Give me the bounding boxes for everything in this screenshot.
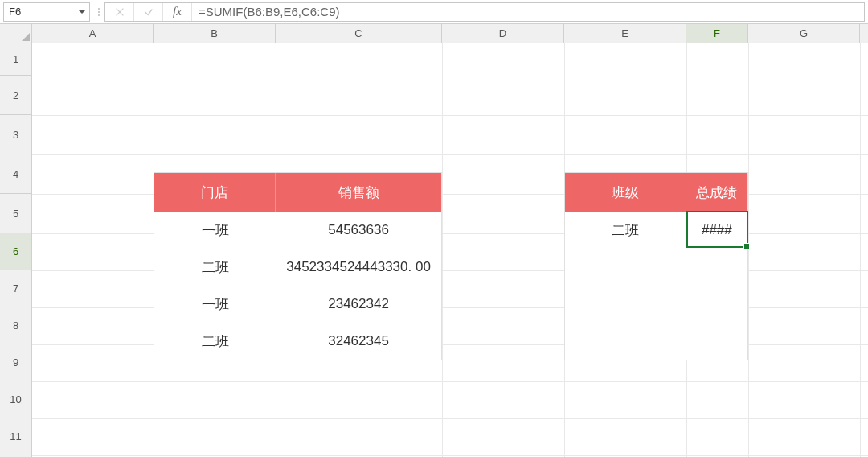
cell-B8[interactable]: 一班 — [154, 286, 276, 323]
th-store: 门店 — [154, 173, 276, 212]
cell-C9[interactable]: 32462345 — [276, 323, 441, 360]
confirm-formula-button[interactable] — [134, 3, 163, 21]
table-row[interactable]: 一班 54563636 — [154, 212, 441, 249]
col-header-C[interactable]: C — [276, 24, 442, 43]
chevron-down-icon — [79, 10, 85, 14]
cell-E7[interactable] — [565, 249, 686, 286]
table-class: 班级 总成绩 二班 #### — [564, 172, 748, 360]
cell-B7[interactable]: 二班 — [154, 249, 276, 286]
cancel-formula-button[interactable] — [105, 3, 134, 21]
col-header-E[interactable]: E — [564, 24, 686, 43]
cell-C6[interactable]: 54563636 — [276, 212, 441, 249]
table-row[interactable] — [565, 249, 747, 286]
formula-bar: F6 fx — [0, 0, 868, 24]
spreadsheet-grid: A B C D E F G 123456789101112 门店 销售额 一班 … — [0, 24, 868, 457]
col-header-D[interactable]: D — [442, 24, 564, 43]
th-total: 总成绩 — [686, 173, 747, 212]
row-header-11[interactable]: 11 — [0, 418, 31, 455]
table-row[interactable] — [565, 323, 747, 360]
cell-F6[interactable]: #### — [686, 212, 747, 249]
row-header-7[interactable]: 7 — [0, 270, 31, 307]
cell-E8[interactable] — [565, 286, 686, 323]
table-row[interactable]: 一班 23462342 — [154, 286, 441, 323]
table-row[interactable]: 二班 32462345 — [154, 323, 441, 360]
cell-F9[interactable] — [686, 323, 747, 360]
table-header-row: 门店 销售额 — [154, 173, 441, 212]
name-box-value: F6 — [9, 6, 21, 18]
row-headers: 123456789101112 — [0, 43, 32, 457]
cell-E6[interactable]: 二班 — [565, 212, 686, 249]
th-class: 班级 — [565, 173, 686, 212]
row-header-4[interactable]: 4 — [0, 154, 31, 194]
row-header-9[interactable]: 9 — [0, 344, 31, 381]
cell-C7[interactable]: 3452334524443330. 00 — [276, 249, 441, 286]
divider-icon — [93, 8, 104, 16]
select-all-corner[interactable] — [0, 24, 32, 43]
fx-icon: fx — [173, 5, 182, 19]
cell-C8[interactable]: 23462342 — [276, 286, 441, 323]
col-header-G[interactable]: G — [748, 24, 860, 43]
row-header-1[interactable]: 1 — [0, 43, 31, 76]
cell-F7[interactable] — [686, 249, 747, 286]
cell-B6[interactable]: 一班 — [154, 212, 276, 249]
column-headers: A B C D E F G — [32, 24, 868, 43]
cell-B9[interactable]: 二班 — [154, 323, 276, 360]
close-icon — [114, 6, 125, 18]
col-header-F[interactable]: F — [686, 24, 748, 43]
row-header-6[interactable]: 6 — [0, 233, 31, 270]
table-row[interactable] — [565, 286, 747, 323]
row-header-3[interactable]: 3 — [0, 115, 31, 154]
cell-area[interactable]: 门店 销售额 一班 54563636 二班 3452334524443330. … — [32, 43, 868, 457]
cell-F8[interactable] — [686, 286, 747, 323]
cell-E9[interactable] — [565, 323, 686, 360]
insert-function-button[interactable]: fx — [163, 3, 192, 21]
table-row[interactable]: 二班 3452334524443330. 00 — [154, 249, 441, 286]
th-sales: 销售额 — [276, 173, 441, 212]
row-header-10[interactable]: 10 — [0, 381, 31, 418]
table-header-row: 班级 总成绩 — [565, 173, 747, 212]
table-sales: 门店 销售额 一班 54563636 二班 3452334524443330. … — [154, 172, 442, 360]
formula-box: fx — [104, 2, 865, 22]
check-icon — [143, 6, 154, 18]
col-header-A[interactable]: A — [32, 24, 154, 43]
row-header-5[interactable]: 5 — [0, 194, 31, 233]
table-row[interactable]: 二班 #### — [565, 212, 747, 249]
col-header-B[interactable]: B — [154, 24, 276, 43]
row-header-8[interactable]: 8 — [0, 307, 31, 344]
row-header-2[interactable]: 2 — [0, 76, 31, 115]
formula-input[interactable] — [192, 3, 864, 21]
name-box[interactable]: F6 — [3, 2, 90, 22]
